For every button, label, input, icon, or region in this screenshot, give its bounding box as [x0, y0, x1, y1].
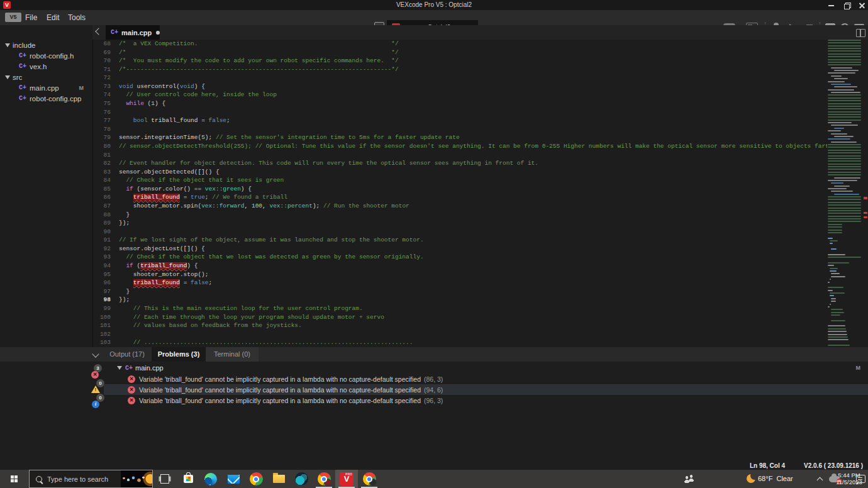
chrome-icon — [250, 472, 263, 485]
bottom-panel: Output (17) Problems (3) Terminal (0) 3 … — [0, 347, 868, 470]
edge-button[interactable] — [199, 470, 222, 488]
file-robot-config.h[interactable]: C+robot-config.h — [0, 50, 92, 61]
close-button[interactable] — [856, 2, 868, 9]
code-line-100[interactable]: 100 // Each time through the loop your p… — [93, 313, 827, 322]
menu-tools[interactable]: Tools — [64, 10, 89, 25]
vexcode-icon: V — [340, 472, 353, 486]
folder-src[interactable]: src — [0, 72, 92, 82]
line-number: 74 — [93, 91, 111, 99]
task-view-button[interactable] — [153, 470, 176, 488]
tab-problems[interactable]: Problems (3) — [152, 347, 206, 362]
action-center-button[interactable] — [853, 470, 868, 488]
code-line-72[interactable]: 72 — [93, 74, 827, 82]
code-line-73[interactable]: 73void usercontrol(void) { — [93, 82, 827, 91]
file-main.cpp[interactable]: C+main.cppM — [0, 82, 92, 93]
file-explorer-button[interactable] — [267, 470, 290, 488]
code-line-81[interactable]: 81 — [93, 151, 827, 160]
line-number: 101 — [93, 321, 111, 330]
collapse-panel-icon[interactable] — [92, 351, 99, 357]
search-box[interactable]: Type here to search — [29, 470, 153, 488]
code-line-69[interactable]: 69/* */ — [93, 48, 827, 57]
weather-text[interactable]: 68°F Clear — [758, 475, 793, 482]
file-vex.h[interactable]: C+vex.h — [0, 61, 92, 72]
code-line-78[interactable]: 78 — [93, 125, 827, 134]
line-number: 70 — [93, 57, 111, 65]
search-daily-image — [121, 470, 152, 487]
code-line-86[interactable]: 86 triball_found = true; // We found a t… — [93, 193, 827, 202]
problems-file-name: main.cpp — [135, 364, 164, 372]
line-number: 69 — [93, 48, 111, 57]
code-line-87[interactable]: 87 shooter_motor.spin(vex::forward, 100,… — [93, 202, 827, 211]
tab-terminal[interactable]: Terminal (0) — [206, 347, 259, 362]
menu-edit[interactable]: Edit — [43, 10, 64, 25]
line-number: 82 — [93, 159, 111, 168]
code-line-90[interactable]: 90 — [93, 228, 827, 236]
people-button[interactable] — [678, 470, 701, 488]
start-button[interactable] — [0, 470, 29, 488]
chrome-button[interactable] — [245, 470, 267, 488]
code-line-76[interactable]: 76 — [93, 108, 827, 117]
vexcode-window: V VEXcode Pro V5 : Optcial2 V5 File Edit… — [0, 0, 868, 470]
notification-icon — [856, 475, 865, 483]
store-button[interactable] — [177, 470, 199, 488]
show-hidden-icons-button[interactable] — [813, 470, 827, 488]
v5-logo-icon[interactable]: V5 — [5, 13, 21, 22]
file-tree: includeC+robot-config.hC+vex.hsrcC+main.… — [0, 40, 92, 104]
code-line-91[interactable]: 91// If we lost sight of the object, ass… — [93, 236, 827, 245]
code-editor[interactable]: 68/* a VEX Competition. */69/* */70/* Yo… — [93, 40, 827, 347]
code-line-89[interactable]: 89}); — [93, 219, 827, 228]
code-line-88[interactable]: 88 } — [93, 211, 827, 219]
mail-button[interactable] — [222, 470, 245, 488]
file-robot-config.cpp[interactable]: C+robot-config.cpp — [0, 93, 92, 104]
code-line-77[interactable]: 77 bool triball_found = false; — [93, 116, 827, 125]
line-number: 93 — [93, 253, 111, 262]
problem-row-1[interactable]: ✕Variable 'triball_found' cannot be impl… — [104, 374, 868, 384]
code-line-82[interactable]: 82// Event handler for object detection.… — [93, 159, 827, 168]
code-line-92[interactable]: 92sensor.objectLost([]() { — [93, 245, 827, 253]
profile-badge — [369, 479, 377, 486]
tab-main-cpp[interactable]: C+ main.cpp — [106, 25, 160, 40]
menu-file[interactable]: File — [21, 10, 41, 25]
chrome-profile-dark-button[interactable] — [358, 470, 381, 488]
code-line-70[interactable]: 70/* You must modify the code to add you… — [93, 57, 827, 65]
code-line-75[interactable]: 75 while (1) { — [93, 99, 827, 108]
restore-button[interactable] — [842, 2, 854, 9]
code-line-102[interactable]: 102 — [93, 330, 827, 339]
code-line-68[interactable]: 68/* a VEX Competition. */ — [93, 40, 827, 48]
code-line-79[interactable]: 79sensor.integrationTime(5); // Set the … — [93, 133, 827, 142]
code-line-74[interactable]: 74 // User control code here, inside the… — [93, 91, 827, 99]
minimize-button[interactable] — [825, 2, 838, 9]
code-line-97[interactable]: 97 } — [93, 287, 827, 296]
code-line-96[interactable]: 96 triball_found = false; — [93, 279, 827, 287]
minimap[interactable] — [827, 40, 863, 347]
tab-output[interactable]: Output (17) — [103, 347, 152, 362]
error-mark — [864, 216, 867, 218]
code-line-99[interactable]: 99 // This is the main execution loop fo… — [93, 304, 827, 313]
editor-scrollbar[interactable] — [863, 40, 868, 347]
chrome-profile-red-button[interactable] — [313, 470, 335, 488]
cpp-file-icon: C+ — [111, 29, 118, 36]
problem-row-2[interactable]: ✕Variable 'triball_found' cannot be impl… — [104, 384, 868, 395]
split-editor-icon[interactable] — [856, 29, 865, 37]
code-line-80[interactable]: 80// sensor.objectDetectThreshold(255); … — [93, 142, 827, 151]
problem-row-3[interactable]: ✕Variable 'triball_found' cannot be impl… — [104, 395, 868, 406]
line-number: 91 — [93, 236, 111, 245]
code-line-98[interactable]: 98}); — [93, 296, 827, 304]
code-line-84[interactable]: 84 // Check if the object that it sees i… — [93, 176, 827, 185]
code-line-71[interactable]: 71/*------------------------------------… — [93, 65, 827, 74]
code-line-94[interactable]: 94 if (triball_found) { — [93, 262, 827, 270]
code-line-101[interactable]: 101 // values based on feedback from the… — [93, 321, 827, 330]
code-line-103[interactable]: 103 // .................................… — [93, 338, 827, 347]
code-line-83[interactable]: 83sensor.objectDetected([]() { — [93, 168, 827, 177]
code-line-85[interactable]: 85 if (sensor.color() == vex::green) { — [93, 185, 827, 194]
teal-app-button[interactable] — [290, 470, 313, 488]
store-icon — [184, 475, 193, 483]
vexcode-taskbar-button[interactable]: V — [335, 470, 358, 488]
back-icon[interactable] — [94, 28, 101, 35]
code-line-93[interactable]: 93 // Check if the object that we lost w… — [93, 253, 827, 262]
code-line-95[interactable]: 95 shooter_motor.stop(); — [93, 270, 827, 279]
problems-file-group[interactable]: C+ main.cpp M — [104, 363, 868, 373]
line-number: 83 — [93, 168, 111, 177]
folder-include[interactable]: include — [0, 40, 92, 50]
taskbar: Type here to search V 68°F Clear 5:44 PM… — [0, 470, 868, 488]
